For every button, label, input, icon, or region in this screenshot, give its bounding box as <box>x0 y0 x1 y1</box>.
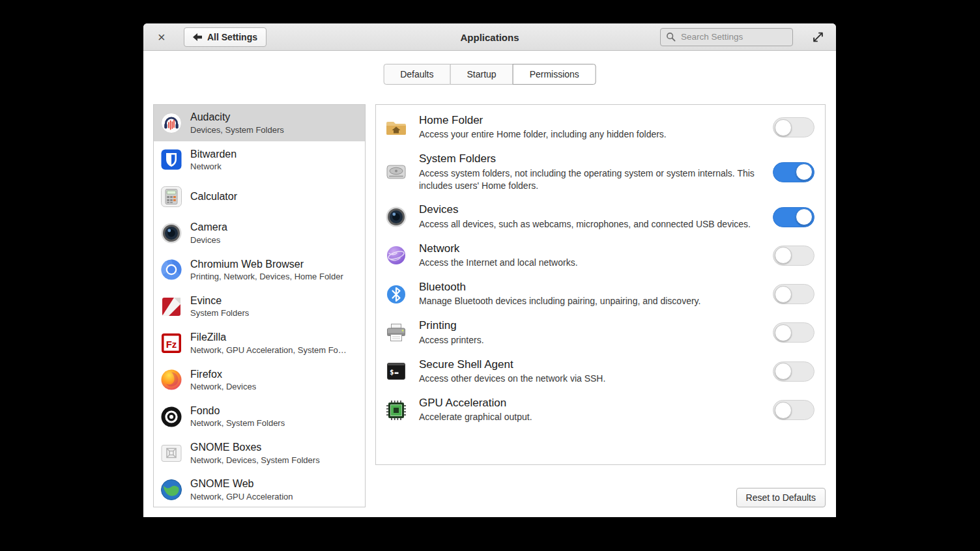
firefox-icon <box>160 369 182 391</box>
app-text: Fondo Network, System Folders <box>190 405 285 428</box>
permission-row-home-folder: Home Folder Access your entire Home fold… <box>376 108 825 147</box>
app-name: GNOME Boxes <box>190 442 320 453</box>
home-folder-icon <box>385 117 407 139</box>
app-item-bitwarden[interactable]: Bitwarden Network <box>154 141 365 178</box>
app-text: Evince System Folders <box>190 295 249 318</box>
app-name: FileZilla <box>190 332 347 343</box>
back-button-label: All Settings <box>207 32 257 42</box>
app-text: Camera Devices <box>190 221 227 244</box>
tab-startup[interactable]: Startup <box>450 64 513 85</box>
back-arrow-icon <box>193 33 202 41</box>
app-item-chromium[interactable]: Chromium Web Browser Printing, Network, … <box>154 251 365 288</box>
app-name: Chromium Web Browser <box>190 259 343 270</box>
reset-to-defaults-button[interactable]: Reset to Defaults <box>736 488 826 507</box>
permission-text: Secure Shell Agent Access other devices … <box>419 358 761 385</box>
printing-icon <box>385 322 407 344</box>
app-permissions-summary: Printing, Network, Devices, Home Folder <box>190 272 343 281</box>
close-window-button[interactable]: × <box>154 29 169 45</box>
app-text: Audacity Devices, System Folders <box>190 111 284 134</box>
permission-description: Access other devices on the network via … <box>419 373 761 385</box>
app-name: Bitwarden <box>190 148 237 160</box>
app-item-audacity[interactable]: Audacity Devices, System Folders <box>154 105 365 141</box>
tab-permissions[interactable]: Permissions <box>513 64 596 85</box>
printing-toggle[interactable] <box>773 322 814 343</box>
app-text: Chromium Web Browser Printing, Network, … <box>190 259 343 281</box>
tab-defaults[interactable]: Defaults <box>383 64 450 85</box>
permission-text: Network Access the Internet and local ne… <box>419 242 761 269</box>
permission-row-gpu-acceleration: GPU Acceleration Accelerate graphical ou… <box>376 391 825 429</box>
home-folder-toggle[interactable] <box>773 117 814 137</box>
app-item-gnome-boxes[interactable]: GNOME Boxes Network, Devices, System Fol… <box>154 435 365 472</box>
app-item-evince[interactable]: Evince System Folders <box>154 288 365 324</box>
permission-text: Bluetooth Manage Bluetooth devices inclu… <box>419 281 761 307</box>
ssh-terminal-icon: $ <box>385 360 407 382</box>
toggle-knob <box>775 324 792 341</box>
bitwarden-icon <box>160 148 182 171</box>
permission-text: System Folders Access system folders, no… <box>419 152 761 191</box>
app-text: Firefox Network, Devices <box>190 369 256 391</box>
devices-toggle[interactable] <box>773 207 814 227</box>
fondo-icon <box>160 406 182 428</box>
permission-title: System Folders <box>419 152 761 165</box>
app-name: GNOME Web <box>190 478 293 490</box>
svg-text:Fz: Fz <box>166 338 177 349</box>
fullscreen-toggle-icon[interactable] <box>811 29 826 44</box>
filezilla-icon: Fz <box>160 332 182 354</box>
permission-description: Manage Bluetooth devices including pairi… <box>419 295 761 307</box>
network-icon <box>385 244 407 266</box>
app-name: Camera <box>190 221 227 233</box>
evince-icon <box>160 296 182 318</box>
secure-shell-agent-toggle[interactable] <box>773 361 814 382</box>
app-permissions-summary: Devices, System Folders <box>190 125 284 135</box>
permission-row-devices: Devices Access all devices, such as webc… <box>376 197 825 236</box>
app-permissions-summary: System Folders <box>190 308 249 318</box>
search-box <box>660 28 793 46</box>
system-folders-toggle[interactable] <box>773 162 814 182</box>
audacity-icon <box>160 112 182 134</box>
toggle-knob <box>775 247 792 264</box>
settings-window: × All Settings Applications Defaults Sta… <box>143 23 836 517</box>
search-input[interactable] <box>680 31 787 42</box>
toggle-knob <box>775 363 792 380</box>
permission-text: Printing Access printers. <box>419 319 761 346</box>
app-item-gnome-web[interactable]: GNOME Web Network, GPU Acceleration <box>154 472 365 507</box>
app-item-camera[interactable]: Camera Devices <box>154 215 365 251</box>
bluetooth-toggle[interactable] <box>773 284 814 304</box>
network-toggle[interactable] <box>773 246 814 266</box>
permissions-panel: Home Folder Access your entire Home fold… <box>375 104 826 465</box>
app-text: Bitwarden Network <box>190 148 237 171</box>
app-permissions-summary: Network, System Folders <box>190 418 285 428</box>
app-permissions-summary: Network, GPU Acceleration <box>190 492 293 502</box>
permission-description: Access your entire Home folder, includin… <box>419 128 761 141</box>
permission-title: Bluetooth <box>419 281 761 294</box>
gpu-acceleration-toggle[interactable] <box>773 400 814 420</box>
app-item-fondo[interactable]: Fondo Network, System Folders <box>154 398 365 434</box>
gnome-web-icon <box>160 479 182 501</box>
toggle-knob <box>796 163 813 180</box>
permission-row-network: Network Access the Internet and local ne… <box>376 236 825 275</box>
app-permissions-summary: Devices <box>190 235 227 245</box>
all-settings-back-button[interactable]: All Settings <box>184 27 267 47</box>
app-item-firefox[interactable]: Firefox Network, Devices <box>154 361 365 398</box>
gpu-chip-icon <box>385 399 407 421</box>
toggle-knob <box>775 286 792 303</box>
app-item-calculator[interactable]: Calculator <box>154 178 365 215</box>
permission-text: Home Folder Access your entire Home fold… <box>419 114 761 141</box>
app-item-filezilla[interactable]: Fz FileZilla Network, GPU Acceleration, … <box>154 325 365 361</box>
titlebar: × All Settings Applications <box>143 23 836 51</box>
app-name: Evince <box>190 295 249 307</box>
permission-title: Network <box>419 242 761 255</box>
permission-description: Access the Internet and local networks. <box>419 257 761 269</box>
app-name: Firefox <box>190 369 256 380</box>
devices-icon <box>385 206 407 228</box>
permission-title: Devices <box>419 203 761 216</box>
svg-text:$: $ <box>390 368 394 376</box>
toggle-knob <box>796 208 813 225</box>
permission-text: Devices Access all devices, such as webc… <box>419 203 761 230</box>
permission-title: Printing <box>419 319 761 332</box>
page-title: Applications <box>460 31 519 42</box>
app-name: Audacity <box>190 111 284 123</box>
application-list: Audacity Devices, System Folders Bitward… <box>153 104 366 507</box>
permission-title: Home Folder <box>419 114 761 127</box>
permission-title: GPU Acceleration <box>419 397 761 410</box>
